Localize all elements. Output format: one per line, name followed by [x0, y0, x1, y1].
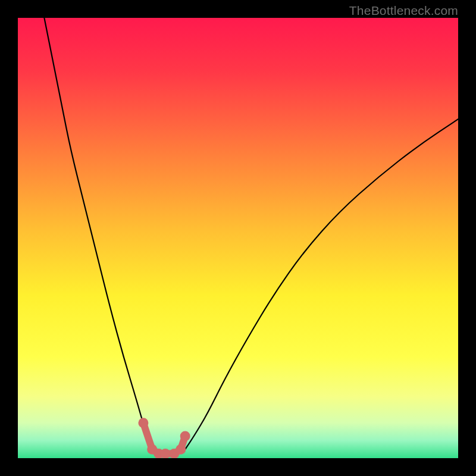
bottleneck-curve: [18, 18, 458, 458]
optimal-marker-dot: [176, 444, 186, 455]
chart-frame: TheBottleneck.com: [0, 0, 476, 476]
plot-area: [18, 18, 458, 458]
optimal-marker-dot: [180, 431, 190, 441]
optimal-marker-dot: [138, 418, 148, 428]
curve-right-branch: [185, 119, 458, 449]
curve-left-branch: [44, 18, 154, 449]
watermark-text: TheBottleneck.com: [349, 4, 458, 18]
